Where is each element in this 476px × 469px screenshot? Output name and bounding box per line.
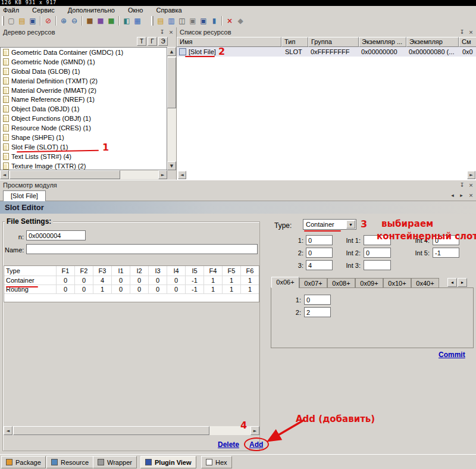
tab-slot-file[interactable]: [Slot File] xyxy=(3,190,46,201)
close-icon[interactable]: × xyxy=(167,28,175,36)
grid-column[interactable]: F5 xyxy=(223,266,241,276)
scroll-left-icon[interactable]: ◄ xyxy=(0,170,9,179)
world-icon[interactable]: ▦ xyxy=(132,15,143,26)
zoom-out-icon[interactable]: ⊖ xyxy=(69,15,80,26)
chevron-down-icon[interactable]: ▾ xyxy=(346,220,355,229)
tree-item-mmat[interactable]: Material Override (MMAT) (2) xyxy=(1,86,167,95)
type-dropdown[interactable]: Container ▾ xyxy=(303,219,356,230)
diamond-icon[interactable]: ◆ xyxy=(235,15,246,26)
grid-column[interactable]: F1 xyxy=(57,266,75,276)
paste-icon[interactable]: ▣ xyxy=(187,15,198,26)
tab-plugin-view[interactable]: Plugin View xyxy=(140,456,196,468)
menu-tools[interactable]: Сервис xyxy=(32,7,55,14)
close-icon[interactable]: × xyxy=(467,181,475,189)
import-icon[interactable]: ▤ xyxy=(155,15,166,26)
scroll-thumb[interactable] xyxy=(13,426,209,435)
delete-icon[interactable]: × xyxy=(224,15,235,26)
pin-icon[interactable]: ↧ xyxy=(458,28,466,36)
scroll-right-icon[interactable]: ► xyxy=(158,170,167,179)
hex-tabs-scroll-right-icon[interactable]: ▸ xyxy=(458,278,467,287)
tree-item-gmdc[interactable]: Geometric Data Container (GMDC) (1) xyxy=(1,48,167,57)
tab-hex[interactable]: Hex xyxy=(201,456,232,468)
pin-icon[interactable]: ↧ xyxy=(158,28,166,36)
hex-tab-0x08[interactable]: 0x08+ xyxy=(327,278,355,288)
grid-column[interactable]: I1 xyxy=(112,266,130,276)
grid-column[interactable]: I5 xyxy=(186,266,204,276)
hex-tab-0x09[interactable]: 0x09+ xyxy=(355,278,383,288)
tree-item-txtr[interactable]: Texture Image (TXTR) (2) xyxy=(1,161,167,170)
pin-icon[interactable]: ↧ xyxy=(458,181,466,189)
tree-item-gmnd[interactable]: Geometric Node (GMND) (1) xyxy=(1,57,167,67)
tab-scroll-left-icon[interactable]: ◂ xyxy=(449,191,456,199)
column-header-group[interactable]: Группа xyxy=(308,37,359,47)
float1-input[interactable] xyxy=(306,235,333,245)
scroll-thumb[interactable] xyxy=(10,170,120,179)
version-input[interactable] xyxy=(26,230,86,240)
toolbar-grip[interactable] xyxy=(2,16,4,26)
column-header-name[interactable]: Имя xyxy=(177,37,281,47)
copy-icon[interactable]: ◫ xyxy=(177,15,187,26)
grid-column[interactable]: F3 xyxy=(93,266,112,276)
column-header-type[interactable]: Тип xyxy=(281,37,308,47)
hex-tab-0x06[interactable]: 0x06+ xyxy=(271,277,299,288)
column-header-offset[interactable]: См xyxy=(459,37,476,47)
scroll-down-icon[interactable]: ▼ xyxy=(167,161,176,170)
column-header-instance[interactable]: Экземпляр xyxy=(406,37,459,47)
tab-wrapper[interactable]: Wrapper xyxy=(93,456,137,468)
tree-item-objf[interactable]: Object Functions (OBJf) (1) xyxy=(1,114,167,123)
filter-group-button[interactable]: Г xyxy=(148,37,157,46)
filter-type-button[interactable]: T xyxy=(137,37,146,46)
hex-tab-0x10[interactable]: 0x10+ xyxy=(383,278,411,288)
tree-item-nref[interactable]: Name Reference (NREF) (1) xyxy=(1,95,167,104)
filter-instance-button[interactable]: Э xyxy=(158,37,168,46)
menu-extra[interactable]: Дополнительно xyxy=(68,7,115,14)
menu-window[interactable]: Окно xyxy=(128,7,143,14)
tree-horizontal-scrollbar[interactable]: ◄ ► xyxy=(0,170,167,179)
hex-tab-0x40[interactable]: 0x40+ xyxy=(411,278,439,288)
tree-item-str[interactable]: Text Lists (STR#) (4) xyxy=(1,152,167,161)
save-icon[interactable]: ▣ xyxy=(27,15,38,26)
toolbar-grip[interactable] xyxy=(151,16,154,26)
short2-input[interactable] xyxy=(304,307,331,317)
scroll-thumb[interactable] xyxy=(167,57,176,108)
scroll-up-icon[interactable]: ▲ xyxy=(167,47,176,56)
tree-item-txmt[interactable]: Material Definition (TXMT) (2) xyxy=(1,76,167,86)
cancel-icon[interactable]: ⊘ xyxy=(43,15,54,26)
tree-item-objd[interactable]: Object Data (OBJD) (1) xyxy=(1,104,167,114)
grid-column-type[interactable]: Type xyxy=(4,266,57,276)
save-all-icon[interactable]: ▣ xyxy=(198,15,209,26)
scroll-right-icon[interactable]: ► xyxy=(467,171,475,179)
book-icon[interactable]: ▮ xyxy=(209,15,220,26)
grid-column[interactable]: F6 xyxy=(241,266,259,276)
zoom-in-icon[interactable]: ⊕ xyxy=(58,15,69,26)
scroll-left-icon[interactable]: ◄ xyxy=(4,426,12,435)
menu-help[interactable]: Справка xyxy=(156,7,181,14)
tree-item-shpe[interactable]: Shape (SHPE) (1) xyxy=(1,133,167,142)
grid-column[interactable]: F4 xyxy=(204,266,223,276)
commit-link[interactable]: Commit xyxy=(439,351,465,359)
new-file-icon[interactable]: ▢ xyxy=(6,15,17,26)
tab-close-icon[interactable]: × xyxy=(467,191,475,199)
close-icon[interactable]: × xyxy=(467,28,475,36)
name-input[interactable] xyxy=(26,244,258,254)
column-header-instance-high[interactable]: Экземпляр ... xyxy=(359,37,406,47)
grid-horizontal-scrollbar[interactable]: ◄ ► xyxy=(4,426,259,435)
grid-column[interactable]: I4 xyxy=(167,266,186,276)
tree-item-cres[interactable]: Resource Node (CRES) (1) xyxy=(1,123,167,133)
tab-scroll-right-icon[interactable]: ▸ xyxy=(458,191,465,199)
grid-row-container[interactable]: Container 0 0 4 0 0 0 0 -1 1 1 1 xyxy=(4,276,259,285)
float2-input[interactable] xyxy=(306,248,333,258)
hex-tab-0x07[interactable]: 0x07+ xyxy=(299,278,327,288)
clone-icon[interactable]: ■ xyxy=(106,15,117,26)
int5-input[interactable] xyxy=(433,248,459,258)
grid-row-routing[interactable]: Routing 0 0 1 0 0 0 0 -1 1 1 1 xyxy=(4,285,259,294)
int2-input[interactable] xyxy=(364,248,391,258)
grid-column[interactable]: I3 xyxy=(149,266,167,276)
list-horizontal-scrollbar[interactable]: ◄ ► xyxy=(177,171,476,180)
tree-vertical-scrollbar[interactable]: ▲ ▼ xyxy=(167,47,176,170)
delete-link[interactable]: Delete xyxy=(218,440,239,449)
open-icon[interactable]: ▤ xyxy=(17,15,27,26)
export-icon[interactable]: ▥ xyxy=(166,15,177,26)
recolor-icon[interactable]: ■ xyxy=(95,15,106,26)
scroll-left-icon[interactable]: ◄ xyxy=(178,171,186,179)
